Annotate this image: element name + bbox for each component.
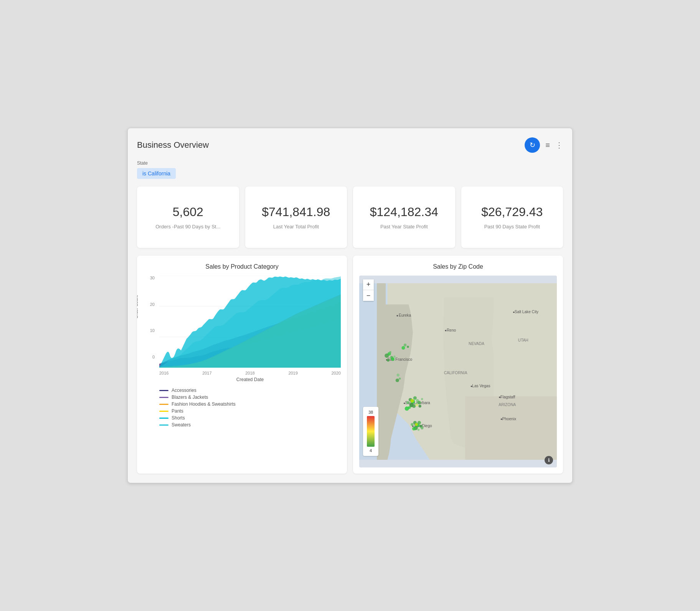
svg-point-52 (421, 398, 423, 400)
metric-label-last-year-profit: Last Year Total Profit (273, 224, 319, 230)
legend-item-shorts: Shorts (159, 415, 341, 421)
sales-by-zip-card: Sales by Zip Code (353, 256, 563, 474)
svg-point-35 (407, 346, 409, 348)
legend-color-shorts (159, 418, 168, 419)
svg-point-64 (415, 423, 418, 426)
zoom-out-button[interactable]: − (363, 290, 374, 301)
area-chart-wrapper: 30 20 10 0 Order Count (143, 276, 341, 428)
metric-label-orders: Orders -Past 90 Days by St... (155, 224, 220, 230)
svg-text:NEVADA: NEVADA (469, 342, 484, 346)
svg-point-19 (471, 386, 472, 387)
zoom-in-button[interactable]: + (363, 279, 374, 290)
svg-point-29 (385, 353, 389, 358)
map-svg: Eureka Reno NEVADA Salt Lake City UTAH S… (359, 276, 557, 467)
legend-color-accessories (159, 390, 168, 391)
legend-min: 4 (370, 448, 372, 453)
svg-text:Flagstaff: Flagstaff (500, 395, 515, 399)
svg-text:Phoenix: Phoenix (502, 417, 516, 421)
legend-label-shorts: Shorts (172, 415, 185, 421)
y-axis: 30 20 10 0 (143, 276, 157, 359)
page-title: Business Overview (137, 140, 209, 150)
legend-item-hoodies: Fashion Hoodies & Sweatshirts (159, 401, 341, 407)
sales-by-zip-title: Sales by Zip Code (359, 263, 557, 270)
svg-text:UTAH: UTAH (518, 338, 528, 342)
legend-color-hoodies (159, 404, 168, 405)
legend-label-pants: Pants (172, 408, 183, 414)
chart-legend: Accessories Blazers & Jackets Fashion Ho… (159, 388, 341, 428)
svg-point-26 (501, 418, 502, 420)
metric-label-past-year-state-profit: Past Year State Profit (380, 224, 428, 230)
filter-chip[interactable]: is California (137, 168, 176, 179)
metric-card-last-year-profit: $741,841.98 Last Year Total Profit (245, 187, 347, 248)
metric-value-90-day-profit: $26,729.43 (481, 205, 543, 219)
legend-color-sweaters (159, 424, 168, 426)
svg-point-21 (499, 396, 500, 398)
svg-point-43 (413, 396, 417, 400)
metric-card-90-day-profit: $26,729.43 Past 90 Days State Profit (461, 187, 563, 248)
sales-by-category-card: Sales by Product Category 30 20 10 0 Ord… (137, 256, 347, 474)
filter-label: State (137, 160, 563, 166)
legend-item-blazers: Blazers & Jackets (159, 395, 341, 400)
y-axis-label: Order Count (137, 314, 139, 319)
map-info-button[interactable]: ℹ (545, 456, 553, 464)
svg-text:Reno: Reno (447, 328, 456, 332)
legend-color-blazers (159, 397, 168, 398)
x-axis-label: Created Date (159, 377, 341, 382)
svg-point-51 (405, 406, 409, 411)
svg-point-31 (391, 357, 395, 361)
filter-icon[interactable]: ≡ (545, 141, 550, 150)
metric-card-orders: 5,602 Orders -Past 90 Days by St... (137, 187, 239, 248)
svg-point-61 (421, 426, 423, 429)
svg-point-50 (419, 405, 421, 407)
svg-point-32 (387, 359, 390, 362)
svg-point-36 (401, 346, 405, 350)
metric-value-last-year-profit: $741,841.98 (262, 205, 330, 219)
svg-text:ARIZONA: ARIZONA (499, 403, 516, 407)
svg-text:Las Vegas: Las Vegas (472, 384, 490, 388)
svg-text:Eureka: Eureka (399, 313, 411, 317)
legend-label-accessories: Accessories (172, 388, 196, 393)
svg-point-46 (412, 405, 416, 408)
svg-point-56 (418, 421, 421, 424)
svg-point-49 (418, 401, 421, 404)
map-legend: 38 4 (363, 407, 378, 456)
svg-point-42 (406, 401, 409, 404)
svg-point-55 (411, 423, 413, 426)
area-chart-svg (159, 276, 341, 368)
metric-card-past-year-state-profit: $124,182.34 Past Year State Profit (353, 187, 455, 248)
legend-label-blazers: Blazers & Jackets (172, 395, 208, 400)
svg-point-62 (410, 399, 414, 403)
filter-section: State is California (137, 160, 563, 179)
legend-label-sweaters: Sweaters (172, 422, 191, 428)
refresh-button[interactable]: ↻ (525, 137, 540, 153)
metric-value-orders: 5,602 (173, 205, 203, 219)
header: Business Overview ↻ ≡ ⋮ (137, 137, 563, 153)
charts-row: Sales by Product Category 30 20 10 0 Ord… (137, 256, 563, 474)
svg-point-6 (396, 315, 398, 317)
legend-label-hoodies: Fashion Hoodies & Sweatshirts (172, 401, 236, 407)
svg-point-38 (399, 378, 401, 380)
svg-point-63 (415, 404, 418, 406)
svg-point-33 (393, 356, 396, 358)
map-legend-min-label: 4 (367, 448, 375, 453)
map-container[interactable]: Eureka Reno NEVADA Salt Lake City UTAH S… (359, 276, 557, 467)
svg-point-17 (404, 403, 405, 404)
dashboard: Business Overview ↻ ≡ ⋮ State is Califor… (127, 128, 573, 483)
svg-text:CALIFORNIA: CALIFORNIA (444, 371, 467, 375)
svg-point-34 (404, 343, 406, 346)
svg-point-37 (396, 374, 399, 377)
legend-item-accessories: Accessories (159, 388, 341, 393)
header-actions: ↻ ≡ ⋮ (525, 137, 563, 153)
legend-item-sweaters: Sweaters (159, 422, 341, 428)
sales-by-category-title: Sales by Product Category (143, 263, 341, 270)
svg-point-30 (389, 351, 391, 353)
svg-point-8 (445, 330, 446, 331)
map-zoom-controls: + − (363, 279, 374, 301)
legend-item-pants: Pants (159, 408, 341, 414)
x-axis: 2016 2017 2018 2019 2020 (159, 371, 341, 375)
metrics-row: 5,602 Orders -Past 90 Days by St... $741… (137, 187, 563, 248)
metric-label-90-day-profit: Past 90 Days State Profit (484, 224, 540, 230)
svg-point-39 (396, 378, 399, 382)
more-icon[interactable]: ⋮ (555, 140, 563, 150)
chart-area (159, 276, 341, 369)
